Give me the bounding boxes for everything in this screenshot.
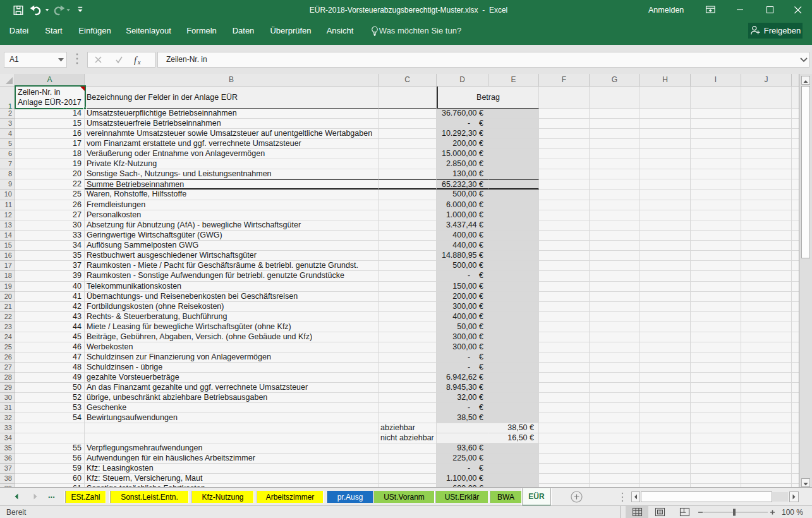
svg-text:x: x (137, 59, 141, 66)
